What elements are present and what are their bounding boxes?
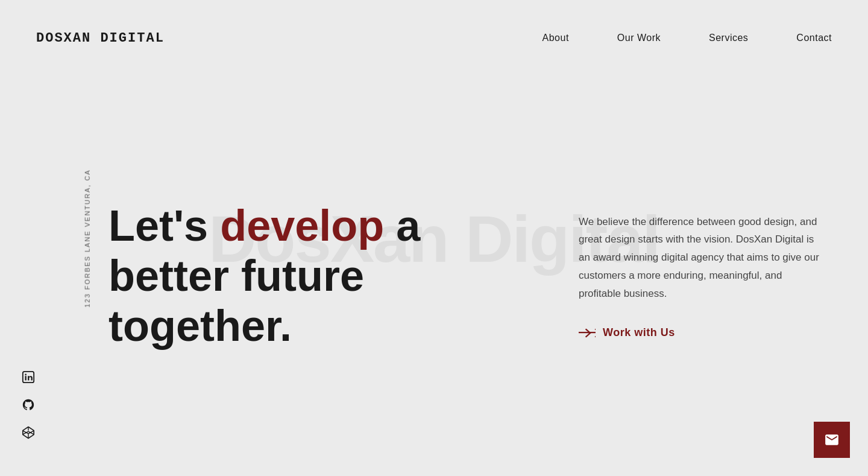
hero-prefix: Let's [108, 202, 220, 250]
hero-section: Let's develop a better future together. [0, 201, 579, 351]
nav-about[interactable]: About [542, 33, 569, 43]
logo: DOSXAN DIGITAL [36, 31, 165, 46]
hero-title: Let's develop a better future together. [108, 201, 555, 351]
email-fab-button[interactable] [814, 422, 850, 458]
main-nav: About Our Work Services Contact [542, 33, 832, 43]
header: DOSXAN DIGITAL About Our Work Services C… [0, 0, 868, 76]
cta-label: Work with Us [603, 326, 675, 339]
cta-work-with-us[interactable]: Work with Us [579, 326, 820, 339]
description-section: We believe the difference between good d… [579, 213, 868, 340]
hero-line1: Let's develop a [108, 202, 420, 250]
cta-arrow-icon [579, 328, 596, 338]
nav-contact[interactable]: Contact [796, 33, 832, 43]
hero-line3: together. [108, 302, 292, 350]
hero-suffix: a [384, 202, 420, 250]
nav-services[interactable]: Services [709, 33, 748, 43]
hero-highlight: develop [220, 202, 384, 250]
hero-line2: better future [108, 252, 364, 300]
description-text: We believe the difference between good d… [579, 213, 820, 303]
nav-our-work[interactable]: Our Work [617, 33, 661, 43]
